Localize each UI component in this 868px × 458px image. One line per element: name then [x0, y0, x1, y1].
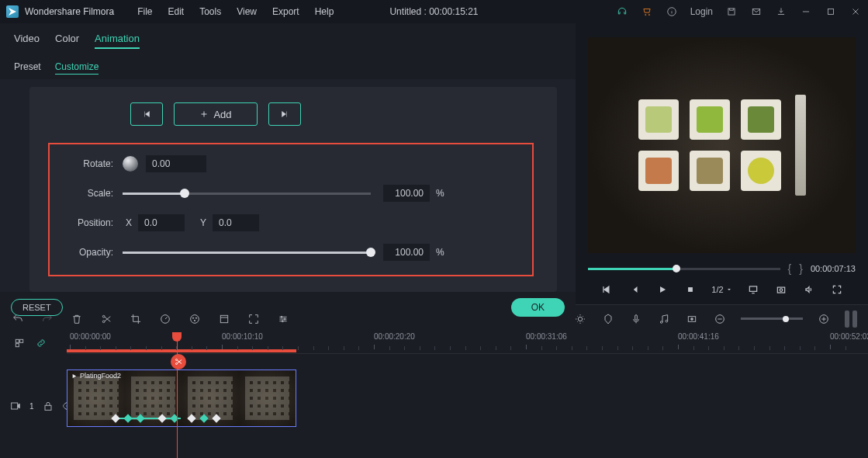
next-keyframe-button[interactable]	[268, 102, 301, 126]
crop-icon[interactable]	[129, 312, 143, 326]
mixer-icon[interactable]	[573, 312, 587, 326]
svg-point-19	[578, 317, 582, 321]
keyframe-icon[interactable]	[685, 312, 699, 326]
timeline: 1 00:00:00:00 00:00:10:10 00:00:20:20 00…	[0, 332, 868, 458]
position-label: Position:	[59, 217, 113, 228]
mark-out-icon[interactable]: }	[799, 262, 803, 275]
svg-rect-28	[20, 339, 23, 342]
tab-animation[interactable]: Animation	[95, 29, 140, 49]
redo-icon[interactable]	[40, 312, 54, 326]
play-button[interactable]	[655, 283, 669, 297]
ruler-tick: 00:00:31:06	[526, 332, 567, 341]
svg-point-8	[102, 321, 105, 323]
video-clip[interactable]: PlatingFood2	[67, 370, 296, 427]
color-icon[interactable]	[188, 312, 202, 326]
green-screen-icon[interactable]	[217, 312, 231, 326]
lock-icon[interactable]	[42, 399, 54, 413]
playhead[interactable]	[177, 332, 178, 458]
svg-rect-6	[777, 287, 784, 293]
menu-file[interactable]: File	[130, 6, 160, 17]
maximize-icon[interactable]	[825, 5, 837, 18]
position-x-input[interactable]	[138, 214, 185, 231]
fullscreen-icon[interactable]	[830, 283, 844, 297]
timeline-menu-icon[interactable]	[12, 336, 26, 350]
snapshot-icon[interactable]	[774, 283, 788, 297]
track-height-icon[interactable]	[845, 311, 857, 328]
frame-back-button[interactable]	[628, 283, 641, 297]
stop-button[interactable]	[683, 283, 697, 297]
preview-progress[interactable]	[588, 268, 780, 270]
speed-icon[interactable]	[158, 312, 172, 326]
document-title: Untitled : 00:00:15:21	[389, 6, 478, 17]
download-icon[interactable]	[775, 5, 787, 18]
svg-point-7	[780, 289, 783, 292]
preview-timecode: 00:00:07:13	[811, 264, 856, 273]
ok-button[interactable]: OK	[511, 298, 565, 317]
undo-icon[interactable]	[11, 312, 25, 326]
headset-icon[interactable]	[616, 5, 628, 18]
cut-marker-icon[interactable]	[171, 354, 186, 370]
record-vo-icon[interactable]	[629, 312, 643, 326]
preview-panel: { } 00:00:07:13 1/2	[576, 23, 868, 304]
svg-point-12	[192, 317, 193, 318]
scale-slider[interactable]	[123, 193, 371, 195]
marker-icon[interactable]	[601, 312, 615, 326]
login-link[interactable]: Login	[690, 6, 713, 17]
svg-point-21	[660, 321, 662, 323]
track-video-icon[interactable]	[9, 399, 22, 413]
info-icon[interactable]	[666, 5, 678, 18]
timeline-ruler[interactable]: 00:00:00:00 00:00:10:10 00:00:20:20 00:0…	[67, 332, 868, 354]
audio-icon[interactable]	[657, 312, 671, 326]
mark-in-icon[interactable]: {	[788, 262, 792, 275]
menu-help[interactable]: Help	[307, 6, 342, 17]
rotate-input[interactable]	[146, 155, 206, 172]
minimize-icon[interactable]	[800, 5, 812, 18]
menu-edit[interactable]: Edit	[161, 6, 192, 17]
menu-view[interactable]: View	[229, 6, 265, 17]
opacity-input[interactable]	[383, 244, 430, 261]
tab-video[interactable]: Video	[14, 29, 40, 49]
step-back-button[interactable]	[600, 283, 614, 297]
settings-icon[interactable]	[276, 312, 290, 326]
svg-rect-30	[12, 403, 18, 409]
tab-color[interactable]: Color	[55, 29, 79, 49]
menu-tools[interactable]: Tools	[192, 6, 229, 17]
subtab-customize[interactable]: Customize	[55, 60, 99, 75]
opacity-slider[interactable]	[123, 252, 371, 254]
svg-rect-2	[752, 9, 759, 15]
svg-point-16	[281, 316, 282, 317]
mail-icon[interactable]	[750, 5, 763, 18]
ruler-tick: 00:00:52:02	[830, 332, 868, 341]
scale-input[interactable]	[383, 185, 430, 202]
menu-export[interactable]: Export	[265, 6, 307, 17]
zoom-out-icon[interactable]	[713, 312, 727, 326]
add-keyframe-button[interactable]: Add	[174, 102, 258, 126]
timeline-tracks[interactable]: 00:00:00:00 00:00:10:10 00:00:20:20 00:0…	[67, 332, 868, 458]
save-icon[interactable]	[725, 5, 738, 18]
subtab-preset[interactable]: Preset	[14, 60, 41, 75]
svg-point-14	[194, 320, 195, 321]
preview-viewport[interactable]	[588, 37, 856, 253]
ruler-tick: 00:00:10:10	[222, 332, 263, 341]
position-y-input[interactable]	[213, 214, 259, 231]
zoom-slider[interactable]	[741, 317, 803, 320]
expand-icon[interactable]	[247, 312, 261, 326]
prev-keyframe-button[interactable]	[130, 102, 163, 126]
keyframe-row	[67, 414, 296, 423]
rotate-knob[interactable]	[123, 156, 138, 172]
link-icon[interactable]	[34, 336, 48, 350]
app-name: Wondershare Filmora	[25, 6, 114, 17]
inspector-panel: Video Color Animation Preset Customize A…	[0, 23, 576, 304]
svg-rect-3	[828, 9, 834, 15]
playback-speed[interactable]: 1/2	[711, 285, 731, 294]
cut-icon[interactable]	[99, 312, 113, 326]
display-icon[interactable]	[746, 283, 760, 297]
svg-rect-29	[16, 344, 19, 347]
zoom-in-icon[interactable]	[817, 312, 831, 326]
ruler-tick: 00:00:41:16	[678, 332, 719, 341]
cart-icon[interactable]	[641, 5, 653, 18]
close-icon[interactable]	[849, 5, 862, 18]
volume-icon[interactable]	[802, 283, 816, 297]
svg-point-33	[176, 363, 178, 365]
delete-icon[interactable]	[70, 312, 84, 326]
